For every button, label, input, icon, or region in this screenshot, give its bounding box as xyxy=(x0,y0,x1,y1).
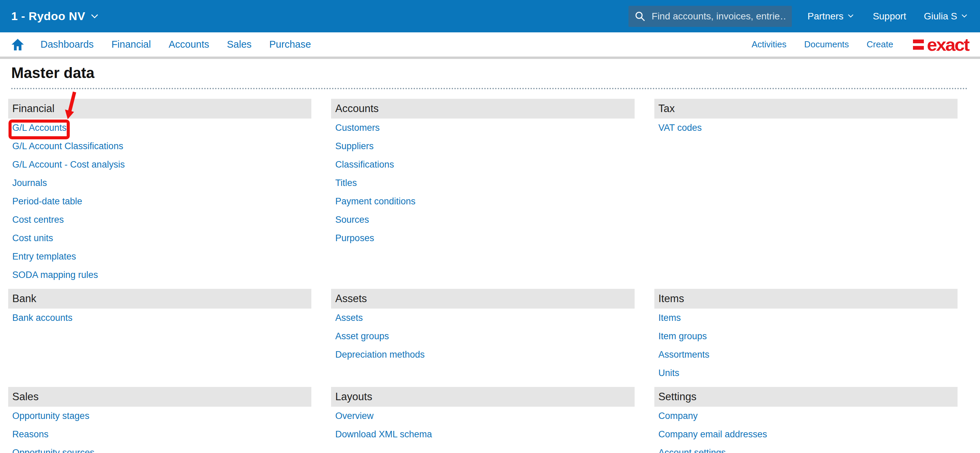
link-sources[interactable]: Sources xyxy=(335,215,369,225)
section-layouts: LayoutsOverviewDownload XML schema xyxy=(331,382,634,443)
section-header-assets: Assets xyxy=(331,289,634,309)
list-item: Customers xyxy=(335,118,634,137)
link-assortments[interactable]: Assortments xyxy=(659,349,710,360)
support-link[interactable]: Support xyxy=(873,11,906,22)
link-titles[interactable]: Titles xyxy=(335,178,357,188)
link-company-email-addresses[interactable]: Company email addresses xyxy=(659,429,767,440)
list-item: Download XML schema xyxy=(335,425,634,443)
list-item: Classifications xyxy=(335,155,634,174)
section-items: ItemsItemsItem groupsAssortmentsUnits xyxy=(654,284,958,382)
nav-left: DashboardsFinancialAccountsSalesPurchase xyxy=(40,39,311,50)
link-entry-templates[interactable]: Entry templates xyxy=(12,251,76,262)
section-links-assets: AssetsAsset groupsDepreciation methods xyxy=(331,309,634,364)
link-classifications[interactable]: Classifications xyxy=(335,160,394,170)
link-payment-conditions[interactable]: Payment conditions xyxy=(335,196,415,207)
nav-item-create[interactable]: Create xyxy=(867,39,893,50)
search-placeholder: Find accounts, invoices, entrie… xyxy=(652,11,786,22)
link-customers[interactable]: Customers xyxy=(335,123,380,133)
list-item: Asset groups xyxy=(335,327,634,345)
home-icon[interactable] xyxy=(11,38,24,51)
user-menu[interactable]: Giulia S xyxy=(924,11,969,22)
link-cost-units[interactable]: Cost units xyxy=(12,233,53,244)
list-item: Purposes xyxy=(335,229,634,247)
search-icon xyxy=(635,11,646,22)
list-item: Units xyxy=(659,364,958,382)
section-financial: FinancialG/L AccountsG/L Account Classif… xyxy=(8,99,311,284)
link-period-date-table[interactable]: Period-date table xyxy=(12,196,82,207)
list-item: Opportunity stages xyxy=(12,407,311,425)
link-vat-codes[interactable]: VAT codes xyxy=(659,123,702,133)
global-search-input[interactable]: Find accounts, invoices, entrie… xyxy=(628,6,792,27)
nav-item-documents[interactable]: Documents xyxy=(804,39,849,50)
exact-logo: exact xyxy=(913,37,969,52)
list-item: Cost centres xyxy=(12,211,311,229)
list-item: Bank accounts xyxy=(12,309,311,327)
section-links-tax: VAT codes xyxy=(654,118,958,137)
top-bar: 1 - Rydoo NV Find accounts, invoices, en… xyxy=(0,0,980,32)
link-units[interactable]: Units xyxy=(659,368,679,378)
section-settings: SettingsCompanyCompany email addressesAc… xyxy=(654,382,958,453)
nav-item-dashboards[interactable]: Dashboards xyxy=(40,39,94,50)
section-links-financial: G/L AccountsG/L Account ClassificationsG… xyxy=(8,118,311,284)
link-opportunity-stages[interactable]: Opportunity stages xyxy=(12,411,89,421)
list-item: Period-date table xyxy=(12,192,311,211)
link-purposes[interactable]: Purposes xyxy=(335,233,374,244)
band-2: BankBank accountsAssetsAssetsAsset group… xyxy=(8,284,958,382)
link-items[interactable]: Items xyxy=(659,313,681,323)
link-assets[interactable]: Assets xyxy=(335,313,363,323)
link-cost-centres[interactable]: Cost centres xyxy=(12,215,64,225)
list-item: Cost units xyxy=(12,229,311,247)
list-item: Titles xyxy=(335,174,634,192)
chevron-down-icon xyxy=(91,14,98,18)
link-g-l-account-cost-analysis[interactable]: G/L Account - Cost analysis xyxy=(12,160,125,170)
list-item: Opportunity sources xyxy=(12,443,311,453)
link-g-l-accounts[interactable]: G/L Accounts xyxy=(12,123,67,133)
section-links-accounts: CustomersSuppliersClassificationsTitlesP… xyxy=(331,118,634,247)
section-header-tax: Tax xyxy=(654,99,958,118)
nav-item-activities[interactable]: Activities xyxy=(752,39,787,50)
link-overview[interactable]: Overview xyxy=(335,411,374,421)
link-suppliers[interactable]: Suppliers xyxy=(335,141,374,152)
company-selector[interactable]: 1 - Rydoo NV xyxy=(11,10,98,23)
company-name: 1 - Rydoo NV xyxy=(11,10,86,23)
section-assets: AssetsAssetsAsset groupsDepreciation met… xyxy=(331,284,634,364)
link-download-xml-schema[interactable]: Download XML schema xyxy=(335,429,432,440)
link-item-groups[interactable]: Item groups xyxy=(659,331,707,341)
nav-item-accounts[interactable]: Accounts xyxy=(169,39,209,50)
list-item: Sources xyxy=(335,211,634,229)
link-account-settings[interactable]: Account settings xyxy=(659,448,726,453)
link-journals[interactable]: Journals xyxy=(12,178,47,188)
list-item: Journals xyxy=(12,174,311,192)
list-item: Company email addresses xyxy=(659,425,958,443)
nav-item-purchase[interactable]: Purchase xyxy=(269,39,311,50)
link-company[interactable]: Company xyxy=(659,411,698,421)
section-links-layouts: OverviewDownload XML schema xyxy=(331,407,634,443)
list-item: Assortments xyxy=(659,345,958,364)
nav-right: ActivitiesDocumentsCreate exact xyxy=(752,37,969,52)
link-asset-groups[interactable]: Asset groups xyxy=(335,331,389,341)
section-tax: TaxVAT codes xyxy=(654,99,958,137)
link-opportunity-sources[interactable]: Opportunity sources xyxy=(12,448,95,453)
section-bank: BankBank accounts xyxy=(8,284,311,327)
section-header-settings: Settings xyxy=(654,387,958,407)
list-item: Entry templates xyxy=(12,247,311,266)
section-header-accounts: Accounts xyxy=(331,99,634,118)
link-depreciation-methods[interactable]: Depreciation methods xyxy=(335,349,425,360)
list-item: Company xyxy=(659,407,958,425)
list-item: Payment conditions xyxy=(335,192,634,211)
link-bank-accounts[interactable]: Bank accounts xyxy=(12,313,73,323)
link-soda-mapping-rules[interactable]: SODA mapping rules xyxy=(12,270,98,280)
list-item: Reasons xyxy=(12,425,311,443)
section-header-items: Items xyxy=(654,289,958,309)
section-header-layouts: Layouts xyxy=(331,387,634,407)
partners-menu[interactable]: Partners xyxy=(808,11,855,22)
nav-item-sales[interactable]: Sales xyxy=(227,39,252,50)
section-links-bank: Bank accounts xyxy=(8,309,311,327)
link-g-l-account-classifications[interactable]: G/L Account Classifications xyxy=(12,141,123,152)
nav-item-financial[interactable]: Financial xyxy=(111,39,151,50)
band-3: SalesOpportunity stagesReasonsOpportunit… xyxy=(8,382,958,453)
link-reasons[interactable]: Reasons xyxy=(12,429,49,440)
chevron-down-icon xyxy=(848,14,855,18)
list-item: VAT codes xyxy=(659,118,958,137)
list-item: Items xyxy=(659,309,958,327)
